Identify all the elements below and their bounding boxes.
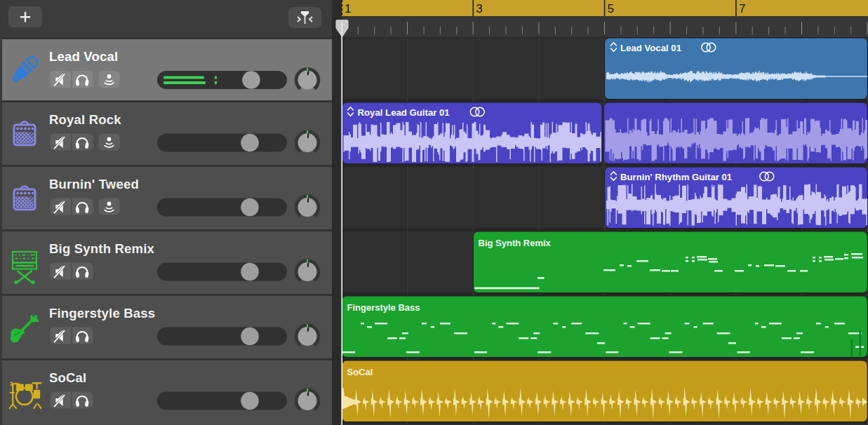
svg-text:Big Synth Remix: Big Synth Remix	[479, 238, 552, 248]
svg-text:Big Synth Remix: Big Synth Remix	[49, 241, 155, 256]
svg-text:Fingerstyle Bass: Fingerstyle Bass	[49, 306, 155, 321]
svg-text:Burnin' Tweed: Burnin' Tweed	[49, 177, 139, 191]
svg-text:SoCal: SoCal	[49, 370, 86, 385]
svg-text:1: 1	[345, 2, 351, 15]
svg-text:Lead Vocal: Lead Vocal	[49, 49, 118, 64]
svg-text:Burnin' Rhythm Guitar 01: Burnin' Rhythm Guitar 01	[620, 172, 732, 182]
svg-text:5: 5	[608, 2, 614, 15]
svg-text:3: 3	[476, 2, 482, 15]
svg-text:Royal Lead Guitar 01: Royal Lead Guitar 01	[358, 107, 450, 118]
svg-text:Lead Vocal 01: Lead Vocal 01	[620, 43, 681, 53]
svg-text:SoCal: SoCal	[347, 367, 373, 377]
svg-text:Royal Rock: Royal Rock	[49, 112, 121, 127]
svg-text:7: 7	[739, 2, 745, 15]
svg-text:Fingerstyle Bass: Fingerstyle Bass	[347, 302, 420, 313]
